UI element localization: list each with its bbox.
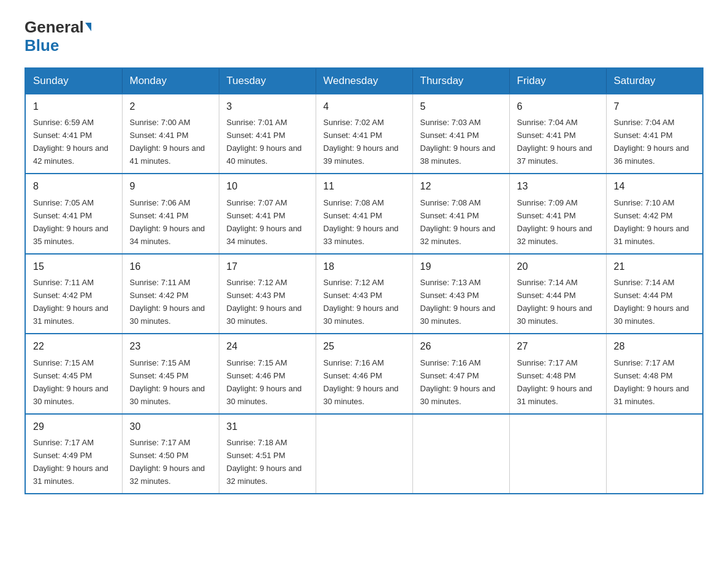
calendar-day-cell — [316, 414, 412, 494]
day-info: Sunrise: 7:05 AMSunset: 4:41 PMDaylight:… — [33, 198, 108, 246]
day-number: 10 — [227, 179, 308, 194]
day-info: Sunrise: 7:10 AMSunset: 4:42 PMDaylight:… — [614, 198, 689, 246]
day-number: 7 — [614, 99, 696, 115]
day-info: Sunrise: 7:06 AMSunset: 4:41 PMDaylight:… — [130, 198, 205, 246]
calendar-day-cell: 10 Sunrise: 7:07 AMSunset: 4:41 PMDaylig… — [219, 174, 316, 253]
calendar-day-cell: 16 Sunrise: 7:11 AMSunset: 4:42 PMDaylig… — [122, 254, 219, 334]
day-number: 11 — [324, 179, 405, 194]
day-info: Sunrise: 7:14 AMSunset: 4:44 PMDaylight:… — [614, 278, 689, 326]
day-number: 6 — [517, 99, 599, 115]
logo-blue-text: Blue — [25, 36, 59, 55]
day-number: 4 — [324, 99, 405, 115]
calendar-day-cell — [606, 414, 703, 494]
day-info: Sunrise: 7:14 AMSunset: 4:44 PMDaylight:… — [517, 278, 593, 326]
day-number: 3 — [227, 99, 308, 115]
col-header-thursday: Thursday — [412, 68, 509, 94]
day-info: Sunrise: 7:08 AMSunset: 4:41 PMDaylight:… — [324, 198, 399, 246]
calendar-day-cell: 13 Sunrise: 7:09 AMSunset: 4:41 PMDaylig… — [509, 174, 606, 253]
calendar-day-cell — [509, 414, 606, 494]
calendar-day-cell: 6 Sunrise: 7:04 AMSunset: 4:41 PMDayligh… — [509, 94, 606, 174]
day-info: Sunrise: 7:02 AMSunset: 4:41 PMDaylight:… — [324, 118, 399, 166]
calendar-day-cell: 22 Sunrise: 7:15 AMSunset: 4:45 PMDaylig… — [25, 334, 122, 413]
page-header: General Blue — [25, 18, 703, 55]
day-number: 25 — [324, 339, 405, 354]
calendar-day-cell: 18 Sunrise: 7:12 AMSunset: 4:43 PMDaylig… — [316, 254, 412, 334]
col-header-monday: Monday — [122, 68, 219, 94]
day-info: Sunrise: 7:16 AMSunset: 4:46 PMDaylight:… — [324, 358, 399, 406]
day-number: 30 — [130, 419, 211, 435]
calendar-day-cell: 7 Sunrise: 7:04 AMSunset: 4:41 PMDayligh… — [606, 94, 703, 174]
day-number: 21 — [614, 259, 696, 275]
col-header-tuesday: Tuesday — [219, 68, 316, 94]
day-info: Sunrise: 7:13 AMSunset: 4:43 PMDaylight:… — [420, 278, 496, 326]
day-number: 5 — [420, 99, 502, 115]
logo-triangle-icon — [85, 23, 91, 31]
calendar-day-cell: 24 Sunrise: 7:15 AMSunset: 4:46 PMDaylig… — [219, 334, 316, 413]
day-info: Sunrise: 7:16 AMSunset: 4:47 PMDaylight:… — [420, 358, 496, 406]
day-number: 29 — [33, 419, 115, 435]
calendar-day-cell: 8 Sunrise: 7:05 AMSunset: 4:41 PMDayligh… — [25, 174, 122, 253]
day-info: Sunrise: 7:17 AMSunset: 4:48 PMDaylight:… — [614, 358, 689, 406]
day-info: Sunrise: 7:03 AMSunset: 4:41 PMDaylight:… — [420, 118, 496, 166]
day-info: Sunrise: 7:17 AMSunset: 4:48 PMDaylight:… — [517, 358, 593, 406]
col-header-sunday: Sunday — [25, 68, 122, 94]
day-info: Sunrise: 7:04 AMSunset: 4:41 PMDaylight:… — [614, 118, 689, 166]
calendar-day-cell: 1 Sunrise: 6:59 AMSunset: 4:41 PMDayligh… — [25, 94, 122, 174]
day-number: 2 — [130, 99, 211, 115]
day-number: 19 — [420, 259, 502, 275]
calendar-day-cell: 25 Sunrise: 7:16 AMSunset: 4:46 PMDaylig… — [316, 334, 412, 413]
day-number: 28 — [614, 339, 696, 354]
day-number: 22 — [33, 339, 115, 354]
day-number: 1 — [33, 99, 115, 115]
day-info: Sunrise: 7:07 AMSunset: 4:41 PMDaylight:… — [227, 198, 302, 246]
calendar-day-cell: 5 Sunrise: 7:03 AMSunset: 4:41 PMDayligh… — [412, 94, 509, 174]
calendar-day-cell: 26 Sunrise: 7:16 AMSunset: 4:47 PMDaylig… — [412, 334, 509, 413]
calendar-day-cell: 3 Sunrise: 7:01 AMSunset: 4:41 PMDayligh… — [219, 94, 316, 174]
calendar-day-cell: 31 Sunrise: 7:18 AMSunset: 4:51 PMDaylig… — [219, 414, 316, 494]
logo: General Blue — [25, 18, 91, 55]
calendar-day-cell: 17 Sunrise: 7:12 AMSunset: 4:43 PMDaylig… — [219, 254, 316, 334]
col-header-friday: Friday — [509, 68, 606, 94]
calendar-day-cell: 21 Sunrise: 7:14 AMSunset: 4:44 PMDaylig… — [606, 254, 703, 334]
day-number: 13 — [517, 179, 599, 194]
day-info: Sunrise: 7:11 AMSunset: 4:42 PMDaylight:… — [130, 278, 205, 326]
calendar-week-row: 8 Sunrise: 7:05 AMSunset: 4:41 PMDayligh… — [25, 174, 703, 253]
day-info: Sunrise: 7:15 AMSunset: 4:45 PMDaylight:… — [33, 358, 108, 406]
calendar-day-cell — [412, 414, 509, 494]
calendar-week-row: 15 Sunrise: 7:11 AMSunset: 4:42 PMDaylig… — [25, 254, 703, 334]
calendar-week-row: 29 Sunrise: 7:17 AMSunset: 4:49 PMDaylig… — [25, 414, 703, 494]
calendar-day-cell: 2 Sunrise: 7:00 AMSunset: 4:41 PMDayligh… — [122, 94, 219, 174]
calendar-day-cell: 19 Sunrise: 7:13 AMSunset: 4:43 PMDaylig… — [412, 254, 509, 334]
day-number: 14 — [614, 179, 696, 194]
calendar-day-cell: 27 Sunrise: 7:17 AMSunset: 4:48 PMDaylig… — [509, 334, 606, 413]
day-number: 17 — [227, 259, 308, 275]
day-number: 16 — [130, 259, 211, 275]
calendar-day-cell: 29 Sunrise: 7:17 AMSunset: 4:49 PMDaylig… — [25, 414, 122, 494]
calendar-day-cell: 28 Sunrise: 7:17 AMSunset: 4:48 PMDaylig… — [606, 334, 703, 413]
calendar-day-cell: 9 Sunrise: 7:06 AMSunset: 4:41 PMDayligh… — [122, 174, 219, 253]
calendar-day-cell: 20 Sunrise: 7:14 AMSunset: 4:44 PMDaylig… — [509, 254, 606, 334]
day-number: 20 — [517, 259, 599, 275]
day-number: 18 — [324, 259, 405, 275]
col-header-saturday: Saturday — [606, 68, 703, 94]
day-info: Sunrise: 6:59 AMSunset: 4:41 PMDaylight:… — [33, 118, 108, 166]
calendar-day-cell: 11 Sunrise: 7:08 AMSunset: 4:41 PMDaylig… — [316, 174, 412, 253]
day-info: Sunrise: 7:09 AMSunset: 4:41 PMDaylight:… — [517, 198, 593, 246]
calendar-week-row: 1 Sunrise: 6:59 AMSunset: 4:41 PMDayligh… — [25, 94, 703, 174]
day-number: 15 — [33, 259, 115, 275]
calendar-day-cell: 12 Sunrise: 7:08 AMSunset: 4:41 PMDaylig… — [412, 174, 509, 253]
day-info: Sunrise: 7:17 AMSunset: 4:49 PMDaylight:… — [33, 438, 108, 486]
logo-general-text: General — [25, 18, 84, 36]
day-info: Sunrise: 7:15 AMSunset: 4:46 PMDaylight:… — [227, 358, 302, 406]
col-header-wednesday: Wednesday — [316, 68, 412, 94]
calendar-day-cell: 4 Sunrise: 7:02 AMSunset: 4:41 PMDayligh… — [316, 94, 412, 174]
day-number: 26 — [420, 339, 502, 354]
calendar-week-row: 22 Sunrise: 7:15 AMSunset: 4:45 PMDaylig… — [25, 334, 703, 413]
day-info: Sunrise: 7:00 AMSunset: 4:41 PMDaylight:… — [130, 118, 205, 166]
day-number: 23 — [130, 339, 211, 354]
day-number: 27 — [517, 339, 599, 354]
day-number: 31 — [227, 419, 308, 435]
day-info: Sunrise: 7:12 AMSunset: 4:43 PMDaylight:… — [324, 278, 399, 326]
day-info: Sunrise: 7:11 AMSunset: 4:42 PMDaylight:… — [33, 278, 108, 326]
day-info: Sunrise: 7:17 AMSunset: 4:50 PMDaylight:… — [130, 438, 205, 486]
